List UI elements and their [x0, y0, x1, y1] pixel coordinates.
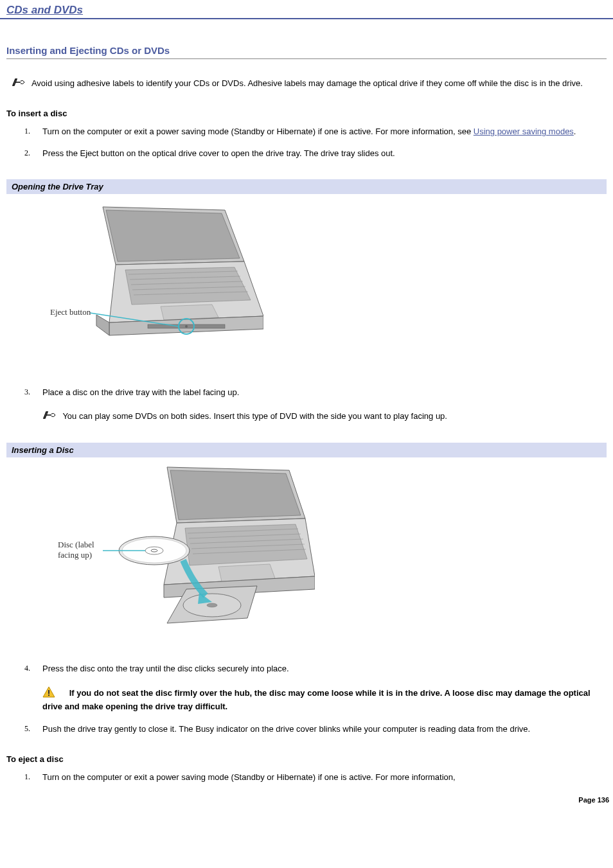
svg-marker-3 [125, 267, 251, 305]
page-title: CDs and DVDs [0, 0, 613, 19]
note-icon [12, 77, 27, 91]
figure-caption: Opening the Drive Tray [6, 179, 607, 194]
step-number: 2. [24, 148, 30, 159]
warning-icon [42, 686, 55, 701]
figure-inserting-disc: Inserting a Disc [6, 443, 607, 637]
svg-marker-17 [170, 470, 301, 520]
eject-steps: 1. Turn on the computer or exit a power … [6, 772, 607, 783]
dvd-sides-note: You can play some DVDs on both sides. In… [42, 410, 607, 423]
list-item: 3. Place a disc on the drive tray with t… [30, 387, 607, 423]
step-number: 1. [24, 772, 30, 783]
list-item: 5. Push the drive tray gently to close i… [30, 723, 607, 735]
list-item: 4. Press the disc onto the tray until th… [30, 663, 607, 713]
svg-point-29 [207, 603, 217, 607]
figure-image: Disc (label facing up) [6, 457, 607, 637]
svg-marker-1 [106, 210, 240, 261]
note-text: Avoid using adhesive labels to identify … [31, 78, 583, 88]
eject-heading: To eject a disc [6, 754, 607, 764]
figure-image: Eject button [6, 194, 607, 361]
list-item: 1. Turn on the computer or exit a power … [30, 126, 607, 137]
svg-marker-11 [96, 315, 109, 335]
figure-caption: Inserting a Disc [6, 443, 607, 457]
step-text: Turn on the computer or exit a power sav… [42, 772, 456, 782]
step-number: 4. [24, 663, 30, 674]
svg-marker-9 [161, 305, 218, 320]
list-item: 2. Press the Eject button on the optical… [30, 148, 607, 159]
insert-steps-3: 3. Place a disc on the drive tray with t… [6, 387, 607, 423]
step-text: Press the disc onto the tray until the d… [42, 664, 289, 673]
svg-rect-39 [48, 690, 49, 694]
step-number: 5. [24, 723, 30, 734]
eject-button-label: Eject button [50, 307, 91, 317]
note-icon [42, 410, 58, 423]
svg-text:facing up): facing up) [58, 550, 92, 560]
power-saving-modes-link[interactable]: Using power saving modes [474, 127, 574, 136]
adhesive-label-note: Avoid using adhesive labels to identify … [6, 77, 607, 91]
loose-disc-warning: If you do not seat the disc firmly over … [42, 686, 607, 713]
page-number: Page 136 [578, 796, 609, 804]
subnote-text: You can play some DVDs on both sides. In… [62, 411, 447, 421]
step-number: 1. [24, 126, 30, 137]
insert-steps-1-2: 1. Turn on the computer or exit a power … [6, 126, 607, 159]
step-text-post: . [574, 127, 576, 136]
step-text: Push the drive tray gently to close it. … [42, 724, 530, 734]
svg-point-14 [185, 325, 188, 328]
figure-opening-drive-tray: Opening the Drive Tray [6, 179, 607, 361]
step-number: 3. [24, 387, 30, 398]
section-heading: Inserting and Ejecting CDs or DVDs [6, 45, 607, 59]
warning-text: If you do not seat the disc firmly over … [42, 688, 591, 711]
svg-text:Disc (label: Disc (label [58, 540, 94, 549]
insert-steps-4-5: 4. Press the disc onto the tray until th… [6, 663, 607, 735]
insert-heading: To insert a disc [6, 109, 607, 118]
step-text: Place a disc on the drive tray with the … [42, 387, 239, 397]
svg-point-34 [151, 549, 157, 552]
step-text-pre: Turn on the computer or exit a power sav… [42, 127, 474, 136]
step-text: Press the Eject button on the optical dr… [42, 148, 395, 158]
list-item: 1. Turn on the computer or exit a power … [30, 772, 607, 783]
svg-rect-40 [48, 695, 49, 696]
